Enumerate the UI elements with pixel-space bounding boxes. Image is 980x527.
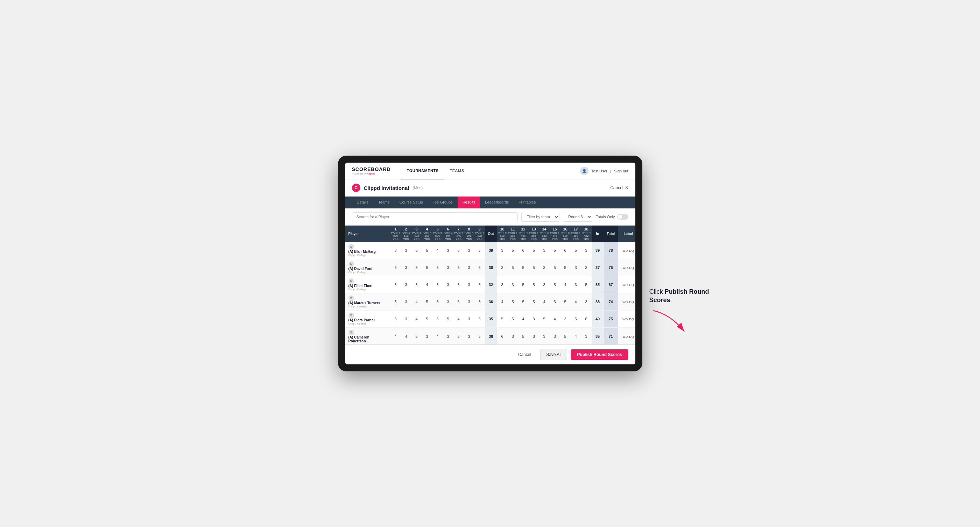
cancel-button[interactable]: Cancel — [512, 349, 537, 360]
score-hole-9[interactable]: 6 — [474, 276, 485, 294]
tab-details[interactable]: Details — [352, 197, 374, 208]
score-hole-17[interactable]: 4 — [571, 294, 581, 311]
score-hole-8[interactable]: 3 — [464, 294, 474, 311]
score-hole-7[interactable]: 6 — [453, 276, 464, 294]
publish-round-scores-button[interactable]: Publish Round Scores — [571, 349, 628, 360]
score-hole-12[interactable]: 5 — [518, 259, 529, 276]
score-hole-18[interactable]: 6 — [581, 311, 592, 328]
dq-badge[interactable]: DQ — [629, 335, 634, 338]
wd-badge[interactable]: WD — [622, 317, 628, 321]
score-hole-6[interactable]: 3 — [443, 259, 453, 276]
score-hole-14[interactable]: 4 — [539, 294, 550, 311]
score-hole-13[interactable]: 5 — [529, 294, 539, 311]
score-hole-16[interactable]: 3 — [560, 311, 571, 328]
score-hole-7[interactable]: 6 — [453, 259, 464, 276]
score-hole-1[interactable]: 4 — [390, 328, 401, 345]
wd-badge[interactable]: WD — [622, 283, 628, 287]
score-hole-14[interactable]: 3 — [539, 276, 550, 294]
score-hole-17[interactable]: 5 — [571, 242, 581, 259]
dq-badge[interactable]: DQ — [629, 266, 634, 270]
score-hole-13[interactable]: 3 — [529, 311, 539, 328]
score-hole-17[interactable]: 4 — [571, 328, 581, 345]
score-hole-18[interactable]: 3 — [581, 328, 592, 345]
score-hole-15[interactable]: 5 — [550, 259, 560, 276]
score-hole-15[interactable]: 3 — [550, 294, 560, 311]
tab-teams[interactable]: Teams — [373, 197, 394, 208]
score-hole-10[interactable]: 5 — [497, 311, 508, 328]
score-hole-13[interactable]: 5 — [529, 242, 539, 259]
score-hole-8[interactable]: 3 — [464, 311, 474, 328]
wd-badge[interactable]: WD — [622, 266, 628, 270]
score-hole-2[interactable]: 3 — [401, 242, 412, 259]
dq-badge[interactable]: DQ — [629, 283, 634, 287]
score-hole-13[interactable]: 5 — [529, 259, 539, 276]
score-hole-9[interactable]: 5 — [474, 311, 485, 328]
score-hole-6[interactable]: 3 — [443, 242, 453, 259]
score-hole-15[interactable]: 5 — [550, 242, 560, 259]
nav-link-tournaments[interactable]: TOURNAMENTS — [401, 163, 444, 179]
search-input[interactable] — [352, 212, 518, 221]
score-hole-14[interactable]: 3 — [539, 242, 550, 259]
tab-leaderboards[interactable]: Leaderboards — [480, 197, 514, 208]
wd-badge[interactable]: WD — [622, 300, 628, 304]
score-hole-4[interactable]: 4 — [422, 276, 433, 294]
score-hole-3[interactable]: 5 — [412, 328, 422, 345]
score-hole-14[interactable]: 3 — [539, 328, 550, 345]
score-hole-12[interactable]: 5 — [518, 328, 529, 345]
score-hole-5[interactable]: 4 — [433, 242, 443, 259]
score-hole-1[interactable]: 6 — [390, 259, 401, 276]
score-hole-16[interactable]: 6 — [560, 242, 571, 259]
score-hole-11[interactable]: 5 — [508, 294, 518, 311]
score-hole-2[interactable]: 3 — [401, 294, 412, 311]
score-hole-4[interactable]: 5 — [422, 259, 433, 276]
score-hole-4[interactable]: 3 — [422, 328, 433, 345]
dq-badge[interactable]: DQ — [629, 249, 634, 252]
score-hole-8[interactable]: 3 — [464, 276, 474, 294]
score-hole-9[interactable]: 5 — [474, 242, 485, 259]
score-hole-1[interactable]: 5 — [390, 276, 401, 294]
score-hole-10[interactable]: 3 — [497, 276, 508, 294]
score-hole-7[interactable]: 6 — [453, 294, 464, 311]
score-hole-18[interactable]: 3 — [581, 259, 592, 276]
score-hole-16[interactable]: 5 — [560, 259, 571, 276]
wd-badge[interactable]: WD — [622, 249, 628, 252]
score-hole-5[interactable]: 3 — [433, 259, 443, 276]
score-hole-18[interactable]: 3 — [581, 294, 592, 311]
score-hole-1[interactable]: 5 — [390, 294, 401, 311]
score-hole-2[interactable]: 4 — [401, 328, 412, 345]
score-hole-11[interactable]: 3 — [508, 328, 518, 345]
score-hole-14[interactable]: 5 — [539, 311, 550, 328]
sign-out-link[interactable]: Sign out — [614, 169, 628, 173]
score-hole-12[interactable]: 5 — [518, 294, 529, 311]
tab-results[interactable]: Results — [458, 197, 480, 208]
score-hole-7[interactable]: 4 — [453, 311, 464, 328]
score-hole-9[interactable]: 6 — [474, 259, 485, 276]
score-hole-17[interactable]: 3 — [571, 259, 581, 276]
score-hole-16[interactable]: 4 — [560, 276, 571, 294]
score-hole-10[interactable]: 6 — [497, 328, 508, 345]
nav-link-teams[interactable]: TEAMS — [444, 163, 469, 179]
score-hole-17[interactable]: 6 — [571, 276, 581, 294]
score-hole-7[interactable]: 6 — [453, 242, 464, 259]
score-hole-3[interactable]: 5 — [412, 242, 422, 259]
filter-by-team-select[interactable]: Filter by team — [521, 212, 560, 222]
score-hole-11[interactable]: 5 — [508, 311, 518, 328]
dq-badge[interactable]: DQ — [629, 300, 634, 304]
score-hole-3[interactable]: 4 — [412, 294, 422, 311]
score-hole-8[interactable]: 3 — [464, 328, 474, 345]
score-hole-1[interactable]: 3 — [390, 311, 401, 328]
score-hole-12[interactable]: 4 — [518, 311, 529, 328]
cancel-tournament-button[interactable]: Cancel ✕ — [610, 185, 628, 190]
score-hole-11[interactable]: 3 — [508, 276, 518, 294]
dq-badge[interactable]: DQ — [629, 317, 634, 321]
score-hole-6[interactable]: 5 — [443, 311, 453, 328]
score-hole-18[interactable]: 5 — [581, 276, 592, 294]
tab-course-setup[interactable]: Course Setup — [395, 197, 428, 208]
score-hole-4[interactable]: 5 — [422, 294, 433, 311]
score-hole-5[interactable]: 3 — [433, 294, 443, 311]
score-hole-10[interactable]: 4 — [497, 294, 508, 311]
score-hole-3[interactable]: 3 — [412, 276, 422, 294]
score-hole-17[interactable]: 5 — [571, 311, 581, 328]
score-hole-15[interactable]: 5 — [550, 276, 560, 294]
score-hole-4[interactable]: 5 — [422, 311, 433, 328]
